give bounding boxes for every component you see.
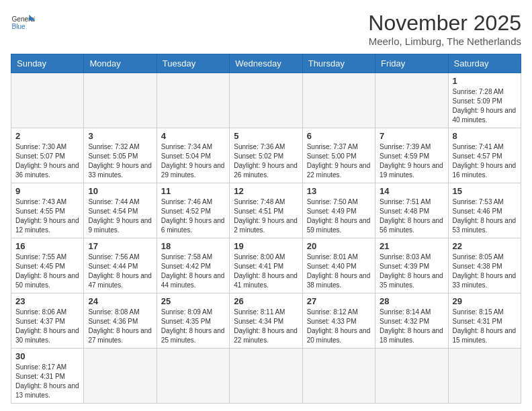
day-info: Sunrise: 7:39 AMSunset: 4:59 PMDaylight:… [380, 142, 443, 180]
calendar-cell [230, 349, 302, 404]
day-number: 28 [380, 296, 443, 306]
day-number: 18 [161, 241, 225, 251]
day-info: Sunrise: 7:32 AMSunset: 5:05 PMDaylight:… [88, 142, 152, 180]
day-number: 14 [380, 186, 443, 196]
calendar-cell: 27Sunrise: 8:12 AMSunset: 4:33 PMDayligh… [302, 293, 375, 349]
day-info: Sunrise: 7:34 AMSunset: 5:04 PMDaylight:… [161, 142, 225, 180]
day-info: Sunrise: 7:48 AMSunset: 4:51 PMDaylight:… [234, 197, 298, 235]
calendar-cell: 22Sunrise: 8:05 AMSunset: 4:38 PMDayligh… [448, 238, 521, 293]
day-header-tuesday: Tuesday [157, 54, 229, 73]
day-info: Sunrise: 7:50 AMSunset: 4:49 PMDaylight:… [307, 197, 371, 235]
calendar-cell: 3Sunrise: 7:32 AMSunset: 5:05 PMDaylight… [84, 128, 157, 183]
calendar-cell: 4Sunrise: 7:34 AMSunset: 5:04 PMDaylight… [157, 128, 229, 183]
day-number: 10 [88, 186, 152, 196]
calendar-cell: 18Sunrise: 7:58 AMSunset: 4:42 PMDayligh… [157, 238, 229, 293]
calendar-cell: 5Sunrise: 7:36 AMSunset: 5:02 PMDaylight… [230, 128, 302, 183]
calendar-cell: 20Sunrise: 8:01 AMSunset: 4:40 PMDayligh… [302, 238, 375, 293]
day-info: Sunrise: 7:44 AMSunset: 4:54 PMDaylight:… [88, 197, 152, 235]
day-info: Sunrise: 7:41 AMSunset: 4:57 PMDaylight:… [453, 142, 517, 180]
day-info: Sunrise: 8:03 AMSunset: 4:39 PMDaylight:… [380, 253, 443, 290]
calendar-cell: 11Sunrise: 7:46 AMSunset: 4:52 PMDayligh… [157, 183, 229, 238]
calendar-week-2: 2Sunrise: 7:30 AMSunset: 5:07 PMDaylight… [11, 128, 521, 183]
day-number: 11 [161, 186, 225, 196]
calendar-cell [448, 349, 521, 404]
calendar-cell: 29Sunrise: 8:15 AMSunset: 4:31 PMDayligh… [448, 293, 521, 349]
calendar-cell: 30Sunrise: 8:17 AMSunset: 4:31 PMDayligh… [11, 349, 84, 404]
calendar-week-6: 30Sunrise: 8:17 AMSunset: 4:31 PMDayligh… [11, 349, 521, 404]
day-number: 2 [15, 131, 79, 141]
day-info: Sunrise: 7:58 AMSunset: 4:42 PMDaylight:… [161, 253, 225, 290]
calendar-cell: 14Sunrise: 7:51 AMSunset: 4:48 PMDayligh… [375, 183, 448, 238]
day-number: 29 [453, 296, 517, 306]
day-header-monday: Monday [84, 54, 157, 73]
location: Meerlo, Limburg, The Netherlands [368, 36, 521, 47]
day-info: Sunrise: 8:09 AMSunset: 4:35 PMDaylight:… [161, 308, 225, 345]
calendar-cell: 26Sunrise: 8:11 AMSunset: 4:34 PMDayligh… [230, 293, 302, 349]
svg-text:Blue: Blue [11, 23, 26, 30]
day-number: 30 [15, 351, 79, 361]
day-number: 17 [88, 241, 152, 251]
calendar-cell: 13Sunrise: 7:50 AMSunset: 4:49 PMDayligh… [302, 183, 375, 238]
calendar-cell [157, 73, 229, 128]
calendar-cell: 15Sunrise: 7:53 AMSunset: 4:46 PMDayligh… [448, 183, 521, 238]
day-number: 19 [234, 241, 298, 251]
calendar-cell: 12Sunrise: 7:48 AMSunset: 4:51 PMDayligh… [230, 183, 302, 238]
day-number: 26 [234, 296, 298, 306]
calendar-cell [302, 73, 375, 128]
day-info: Sunrise: 7:43 AMSunset: 4:55 PMDaylight:… [15, 197, 79, 235]
header: General Blue November 2025 Meerlo, Limbu… [11, 11, 521, 47]
day-number: 3 [88, 131, 152, 141]
day-info: Sunrise: 8:12 AMSunset: 4:33 PMDaylight:… [307, 308, 371, 345]
calendar-cell: 28Sunrise: 8:14 AMSunset: 4:32 PMDayligh… [375, 293, 448, 349]
calendar-cell: 8Sunrise: 7:41 AMSunset: 4:57 PMDaylight… [448, 128, 521, 183]
logo-icon: General Blue [11, 11, 35, 35]
day-header-sunday: Sunday [11, 54, 84, 73]
day-header-wednesday: Wednesday [230, 54, 302, 73]
calendar-cell [11, 73, 84, 128]
calendar-cell: 1Sunrise: 7:28 AMSunset: 5:09 PMDaylight… [448, 73, 521, 128]
day-number: 24 [88, 296, 152, 306]
day-number: 6 [307, 131, 371, 141]
day-info: Sunrise: 7:53 AMSunset: 4:46 PMDaylight:… [453, 197, 517, 235]
day-info: Sunrise: 7:37 AMSunset: 5:00 PMDaylight:… [307, 142, 371, 180]
calendar-cell: 7Sunrise: 7:39 AMSunset: 4:59 PMDaylight… [375, 128, 448, 183]
calendar-week-5: 23Sunrise: 8:06 AMSunset: 4:37 PMDayligh… [11, 293, 521, 349]
day-info: Sunrise: 7:28 AMSunset: 5:09 PMDaylight:… [453, 87, 517, 125]
calendar-cell [84, 73, 157, 128]
day-number: 22 [453, 241, 517, 251]
day-number: 8 [453, 131, 517, 141]
day-info: Sunrise: 7:55 AMSunset: 4:45 PMDaylight:… [15, 253, 79, 290]
calendar-week-3: 9Sunrise: 7:43 AMSunset: 4:55 PMDaylight… [11, 183, 521, 238]
calendar-cell: 6Sunrise: 7:37 AMSunset: 5:00 PMDaylight… [302, 128, 375, 183]
day-info: Sunrise: 7:51 AMSunset: 4:48 PMDaylight:… [380, 197, 443, 235]
day-number: 23 [15, 296, 79, 306]
calendar-cell: 25Sunrise: 8:09 AMSunset: 4:35 PMDayligh… [157, 293, 229, 349]
day-number: 13 [307, 186, 371, 196]
day-header-thursday: Thursday [302, 54, 375, 73]
day-info: Sunrise: 8:14 AMSunset: 4:32 PMDaylight:… [380, 308, 443, 345]
day-number: 5 [234, 131, 298, 141]
calendar-cell: 9Sunrise: 7:43 AMSunset: 4:55 PMDaylight… [11, 183, 84, 238]
day-info: Sunrise: 7:46 AMSunset: 4:52 PMDaylight:… [161, 197, 225, 235]
logo: General Blue [11, 11, 35, 35]
day-info: Sunrise: 7:30 AMSunset: 5:07 PMDaylight:… [15, 142, 79, 180]
day-number: 15 [453, 186, 517, 196]
title-block: November 2025 Meerlo, Limburg, The Nethe… [368, 11, 521, 47]
day-info: Sunrise: 8:11 AMSunset: 4:34 PMDaylight:… [234, 308, 298, 345]
day-info: Sunrise: 8:00 AMSunset: 4:41 PMDaylight:… [234, 253, 298, 290]
day-header-friday: Friday [375, 54, 448, 73]
calendar-cell [230, 73, 302, 128]
day-info: Sunrise: 8:05 AMSunset: 4:38 PMDaylight:… [453, 253, 517, 290]
day-info: Sunrise: 8:08 AMSunset: 4:36 PMDaylight:… [88, 308, 152, 345]
day-header-saturday: Saturday [448, 54, 521, 73]
days-header-row: SundayMondayTuesdayWednesdayThursdayFrid… [11, 54, 521, 73]
day-number: 1 [453, 76, 517, 86]
day-info: Sunrise: 8:06 AMSunset: 4:37 PMDaylight:… [15, 308, 79, 345]
calendar-cell [157, 349, 229, 404]
day-info: Sunrise: 7:36 AMSunset: 5:02 PMDaylight:… [234, 142, 298, 180]
calendar-cell: 23Sunrise: 8:06 AMSunset: 4:37 PMDayligh… [11, 293, 84, 349]
month-title: November 2025 [368, 11, 521, 36]
day-number: 16 [15, 241, 79, 251]
day-number: 21 [380, 241, 443, 251]
day-number: 12 [234, 186, 298, 196]
